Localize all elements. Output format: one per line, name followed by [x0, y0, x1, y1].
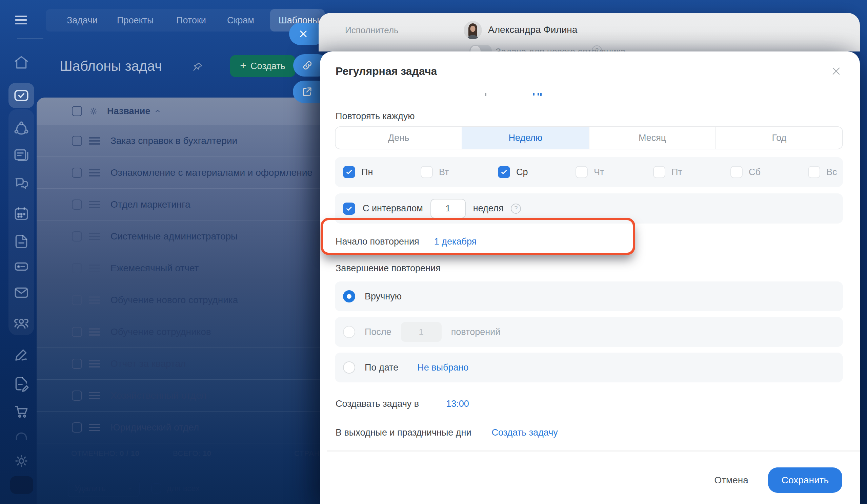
cart-icon [13, 403, 30, 420]
table-row[interactable]: Отдел маркетинга [36, 188, 342, 220]
weekday-sat[interactable]: Сб [730, 157, 761, 187]
create-time-link[interactable]: 13:00 [446, 399, 469, 409]
table-row[interactable]: Ознакомление с материалами и оформление [36, 156, 342, 188]
assignee-avatar[interactable] [464, 21, 482, 39]
column-header-name[interactable]: Название [107, 106, 161, 117]
radio-icon[interactable] [343, 326, 355, 338]
checkbox-icon[interactable] [421, 166, 433, 178]
end-option-manual[interactable]: Вручную [335, 282, 843, 311]
repeat-start-date-link[interactable]: 1 декабря [434, 237, 477, 247]
sidebar-item-drive[interactable] [13, 258, 30, 275]
period-week-selected[interactable]: Неделю [462, 127, 588, 149]
sidebar-item-mail[interactable] [13, 284, 30, 301]
weekday-tue[interactable]: Вт [421, 157, 449, 187]
row-checkbox[interactable] [72, 136, 82, 146]
weekday-sun[interactable]: Вс [808, 157, 837, 187]
sidebar-item-documents[interactable] [13, 233, 30, 250]
sidebar-profile-placeholder[interactable] [10, 476, 33, 494]
checkbox-checked-icon[interactable] [343, 166, 355, 178]
end-option-by-date[interactable]: По дате Не выбрано [335, 353, 843, 382]
interval-input[interactable]: 1 [430, 199, 466, 218]
table-row[interactable]: Обучение нового сотрудника [36, 284, 342, 316]
row-menu-icon[interactable] [89, 137, 100, 145]
row-menu-icon[interactable] [89, 296, 100, 304]
weekday-fri[interactable]: Пт [653, 157, 682, 187]
sidebar-item-tasks[interactable] [13, 87, 30, 104]
period-year[interactable]: Год [716, 127, 842, 149]
end-date-link[interactable]: Не выбрано [417, 362, 468, 373]
checkbox-icon[interactable] [808, 166, 820, 178]
create-template-button[interactable]: + Создать [230, 55, 295, 77]
radio-icon[interactable] [343, 361, 355, 374]
weekday-wed[interactable]: Ср [498, 157, 528, 187]
row-menu-icon[interactable] [89, 233, 100, 240]
help-icon[interactable]: ? [511, 204, 521, 214]
row-checkbox[interactable] [72, 231, 82, 241]
sidebar-item-groups[interactable] [13, 315, 30, 332]
row-menu-icon[interactable] [89, 169, 100, 176]
help-icon[interactable]: ? [592, 45, 602, 52]
row-checkbox[interactable] [72, 423, 82, 432]
weekends-action-link[interactable]: Создать задачу [492, 427, 558, 438]
tab-scrum[interactable]: Скрам [227, 9, 254, 32]
modal-close-button[interactable] [829, 64, 843, 78]
for-all-checkbox[interactable]: для всех [151, 483, 200, 493]
menu-hamburger-icon[interactable] [15, 15, 27, 24]
sidebar-item-calendar[interactable] [13, 205, 30, 222]
tab-tasks[interactable]: Задачи [67, 9, 98, 32]
table-row[interactable]: Юридический отдел [36, 411, 342, 443]
period-day[interactable]: День [335, 127, 462, 149]
row-checkbox[interactable] [72, 391, 82, 401]
sidebar-item-feed[interactable] [13, 147, 30, 164]
interval-label: С интервалом [363, 203, 423, 214]
row-menu-icon[interactable] [89, 201, 100, 208]
row-checkbox[interactable] [72, 359, 82, 369]
checkbox-icon[interactable] [576, 166, 588, 178]
sidebar-item-settings[interactable] [13, 452, 30, 470]
sidebar-item-crm[interactable] [13, 375, 30, 392]
checkbox-icon[interactable] [730, 166, 742, 178]
sidebar-item-support[interactable] [13, 429, 30, 447]
row-menu-icon[interactable] [89, 264, 100, 272]
tab-flows[interactable]: Потоки [176, 9, 206, 32]
weekday-thu[interactable]: Чт [576, 157, 604, 187]
save-button[interactable]: Сохранить [768, 468, 842, 493]
checkbox-checked-icon[interactable] [498, 166, 510, 178]
sidebar-item-home[interactable] [13, 54, 30, 71]
row-menu-icon[interactable] [89, 424, 100, 431]
table-row[interactable]: Системные администраторы [36, 220, 342, 252]
table-row[interactable]: Отчет за квартал [36, 348, 342, 379]
table-row[interactable]: Ежемесячный отчет [36, 252, 342, 284]
table-settings-gear-icon[interactable] [89, 106, 98, 116]
pin-icon[interactable] [192, 61, 203, 73]
row-checkbox[interactable] [72, 263, 82, 273]
table-row[interactable]: Хозяйственный отдел [36, 379, 342, 411]
radio-selected-icon[interactable] [343, 290, 355, 303]
sidebar-item-messenger[interactable] [13, 175, 30, 192]
group-action-select[interactable]: Удалить [68, 480, 140, 497]
tab-projects[interactable]: Проекты [117, 9, 153, 32]
repeat-end-label: Завершение повторения [335, 263, 441, 274]
checkbox-icon[interactable] [653, 166, 665, 178]
cancel-button[interactable]: Отмена [714, 475, 748, 486]
weekday-mon[interactable]: Пн [343, 157, 373, 187]
assignee-name[interactable]: Александра Филина [488, 24, 577, 35]
row-checkbox[interactable] [72, 295, 82, 305]
sidebar-item-share[interactable] [13, 120, 30, 137]
row-checkbox[interactable] [72, 199, 82, 210]
sidebar-item-market[interactable] [13, 403, 30, 420]
row-menu-icon[interactable] [89, 392, 100, 399]
row-menu-icon[interactable] [89, 328, 100, 336]
select-all-checkbox[interactable] [72, 106, 82, 116]
gear-icon [13, 452, 30, 470]
row-menu-icon[interactable] [89, 360, 100, 368]
row-checkbox[interactable] [72, 168, 82, 178]
table-row[interactable]: Обучение сотрудников [36, 316, 342, 348]
end-option-after[interactable]: После 1 повторений [335, 317, 843, 347]
row-checkbox[interactable] [72, 327, 82, 337]
table-row[interactable]: Заказ справок в бухгалтерии [36, 125, 342, 156]
new-employee-toggle[interactable] [469, 45, 492, 52]
sidebar-item-sign[interactable] [13, 346, 30, 363]
period-month[interactable]: Месяц [589, 127, 716, 149]
interval-checkbox[interactable] [343, 202, 355, 215]
